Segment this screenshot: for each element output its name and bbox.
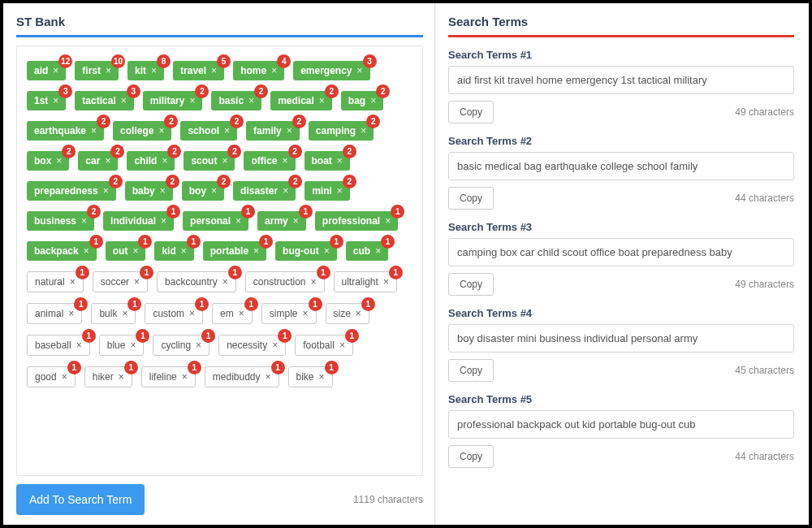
close-icon[interactable]: ×	[282, 156, 287, 166]
close-icon[interactable]: ×	[272, 340, 278, 350]
tag-bike[interactable]: bike×1	[288, 366, 333, 387]
close-icon[interactable]: ×	[76, 340, 82, 350]
tag-baseball[interactable]: baseball×1	[27, 335, 90, 356]
close-icon[interactable]: ×	[271, 66, 277, 76]
close-icon[interactable]: ×	[337, 186, 343, 196]
tag-box[interactable]: box×2	[27, 151, 69, 171]
tag-school[interactable]: school×2	[180, 121, 237, 141]
close-icon[interactable]: ×	[224, 126, 230, 136]
tag-backpack[interactable]: backpack×1	[27, 241, 97, 261]
close-icon[interactable]: ×	[293, 216, 299, 226]
tag-custom[interactable]: custom×1	[145, 303, 203, 324]
tag-natural[interactable]: natural×1	[27, 271, 84, 292]
close-icon[interactable]: ×	[248, 96, 254, 106]
close-icon[interactable]: ×	[357, 66, 363, 76]
copy-button[interactable]: Copy	[448, 445, 494, 468]
close-icon[interactable]: ×	[130, 340, 136, 350]
tag-size[interactable]: size×1	[326, 303, 369, 324]
close-icon[interactable]: ×	[356, 309, 361, 318]
tag-aid[interactable]: aid×12	[27, 61, 66, 80]
close-icon[interactable]: ×	[283, 186, 288, 196]
close-icon[interactable]: ×	[134, 277, 140, 287]
tag-car[interactable]: car×2	[78, 151, 118, 171]
tag-personal[interactable]: personal×1	[183, 211, 248, 231]
tag-medibuddy[interactable]: medibuddy×1	[205, 366, 279, 387]
tag-ultralight[interactable]: ultralight×1	[334, 271, 397, 292]
tag-animal[interactable]: animal×1	[27, 303, 82, 324]
tag-kid[interactable]: kid×1	[154, 241, 193, 261]
tag-cycling[interactable]: cycling×1	[153, 335, 209, 356]
tag-scout[interactable]: scout×2	[184, 151, 235, 171]
tag-boat[interactable]: boat×2	[304, 151, 350, 171]
tag-blue[interactable]: blue×1	[99, 335, 145, 356]
tag-earthquake[interactable]: earthquake×2	[27, 121, 104, 141]
tag-military[interactable]: military×2	[143, 91, 203, 110]
tag-baby[interactable]: baby×2	[125, 181, 173, 201]
copy-button[interactable]: Copy	[448, 273, 494, 296]
tag-basic[interactable]: basic×2	[211, 91, 261, 110]
tag-hiker[interactable]: hiker×1	[84, 366, 132, 387]
close-icon[interactable]: ×	[160, 186, 166, 196]
tag-bank-scroll[interactable]: aid×12first×10kit×8travel×5home×4emergen…	[16, 45, 423, 476]
close-icon[interactable]: ×	[385, 216, 391, 226]
close-icon[interactable]: ×	[62, 372, 67, 382]
tag-first[interactable]: first×10	[75, 61, 119, 80]
close-icon[interactable]: ×	[103, 186, 109, 196]
close-icon[interactable]: ×	[182, 372, 188, 382]
close-icon[interactable]: ×	[339, 340, 345, 350]
tag-bag[interactable]: bag×2	[341, 91, 383, 110]
search-term-input-4[interactable]	[448, 324, 794, 353]
tag-camping[interactable]: camping×2	[309, 121, 374, 141]
tag-boy[interactable]: boy×2	[182, 181, 224, 201]
tag-em[interactable]: em×1	[212, 303, 253, 324]
close-icon[interactable]: ×	[119, 372, 124, 382]
close-icon[interactable]: ×	[337, 156, 343, 166]
close-icon[interactable]: ×	[383, 277, 389, 287]
search-term-input-5[interactable]	[448, 410, 794, 439]
close-icon[interactable]: ×	[239, 309, 244, 318]
close-icon[interactable]: ×	[181, 246, 187, 256]
close-icon[interactable]: ×	[370, 96, 376, 106]
close-icon[interactable]: ×	[91, 126, 97, 136]
close-icon[interactable]: ×	[158, 126, 164, 136]
tag-simple[interactable]: simple×1	[261, 303, 317, 324]
tag-preparedness[interactable]: preparedness×2	[27, 181, 116, 201]
add-to-search-term-button[interactable]: Add To Search Term	[16, 484, 145, 515]
tag-office[interactable]: office×2	[244, 151, 295, 171]
close-icon[interactable]: ×	[311, 277, 317, 287]
close-icon[interactable]: ×	[105, 156, 110, 166]
tag-lifeline[interactable]: lifeline×1	[141, 366, 196, 387]
tag-disaster[interactable]: disaster×2	[233, 181, 296, 201]
close-icon[interactable]: ×	[222, 156, 227, 166]
close-icon[interactable]: ×	[222, 277, 228, 287]
close-icon[interactable]: ×	[84, 246, 89, 256]
tag-tactical[interactable]: tactical×3	[75, 91, 133, 110]
tag-soccer[interactable]: soccer×1	[93, 271, 148, 292]
close-icon[interactable]: ×	[189, 96, 195, 106]
tag-bug-out[interactable]: bug-out×1	[275, 241, 337, 261]
close-icon[interactable]: ×	[319, 96, 325, 106]
copy-button[interactable]: Copy	[448, 187, 494, 210]
close-icon[interactable]: ×	[70, 277, 76, 287]
close-icon[interactable]: ×	[319, 372, 325, 382]
close-icon[interactable]: ×	[132, 246, 138, 256]
close-icon[interactable]: ×	[81, 216, 87, 226]
close-icon[interactable]: ×	[324, 246, 330, 256]
search-term-input-1[interactable]	[448, 66, 794, 94]
tag-child[interactable]: child×2	[127, 151, 175, 171]
tag-out[interactable]: out×1	[106, 241, 146, 261]
tag-construction[interactable]: construction×1	[245, 271, 325, 292]
copy-button[interactable]: Copy	[448, 359, 494, 382]
close-icon[interactable]: ×	[161, 216, 166, 226]
close-icon[interactable]: ×	[53, 96, 58, 106]
close-icon[interactable]: ×	[68, 309, 74, 318]
close-icon[interactable]: ×	[121, 96, 127, 106]
tag-cub[interactable]: cub×1	[346, 241, 388, 261]
tag-backcountry[interactable]: backcountry×1	[157, 271, 236, 292]
close-icon[interactable]: ×	[302, 309, 308, 318]
close-icon[interactable]: ×	[56, 156, 62, 166]
tag-home[interactable]: home×4	[233, 61, 284, 80]
tag-professional[interactable]: professional×1	[315, 211, 398, 231]
tag-individual[interactable]: individual×1	[103, 211, 174, 231]
close-icon[interactable]: ×	[106, 66, 111, 76]
